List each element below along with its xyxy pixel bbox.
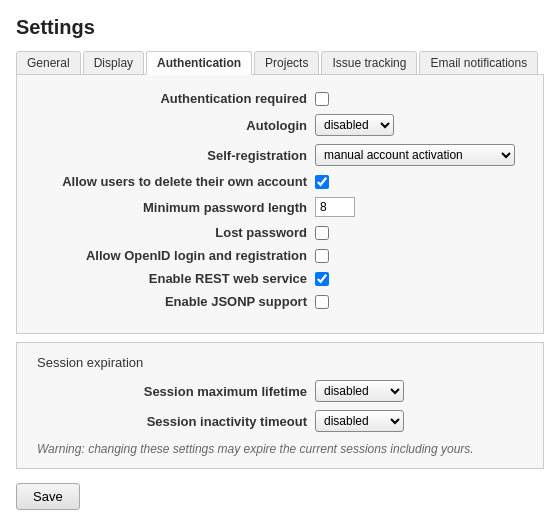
tab-authentication[interactable]: Authentication bbox=[146, 51, 252, 75]
auth-form: Authentication required Autologin disabl… bbox=[37, 91, 523, 309]
openid-row: Allow OpenID login and registration bbox=[37, 248, 523, 263]
lost-password-row: Lost password bbox=[37, 225, 523, 240]
tab-issue-tracking[interactable]: Issue tracking bbox=[321, 51, 417, 75]
session-warning: Warning: changing these settings may exp… bbox=[37, 442, 523, 456]
rest-row: Enable REST web service bbox=[37, 271, 523, 286]
save-button[interactable]: Save bbox=[16, 483, 80, 510]
session-expiration-panel: Session expiration Session maximum lifet… bbox=[16, 342, 544, 469]
tab-projects[interactable]: Projects bbox=[254, 51, 319, 75]
min-password-input[interactable] bbox=[315, 197, 355, 217]
min-password-row: Minimum password length bbox=[37, 197, 523, 217]
self-registration-row: Self-registration disabled account activ… bbox=[37, 144, 523, 166]
rest-label: Enable REST web service bbox=[37, 271, 307, 286]
auth-required-checkbox[interactable] bbox=[315, 92, 329, 106]
openid-checkbox[interactable] bbox=[315, 249, 329, 263]
tab-display[interactable]: Display bbox=[83, 51, 144, 75]
rest-checkbox[interactable] bbox=[315, 272, 329, 286]
session-max-lifetime-label: Session maximum lifetime bbox=[37, 384, 307, 399]
tab-email-notifications[interactable]: Email notifications bbox=[419, 51, 538, 75]
allow-delete-checkbox[interactable] bbox=[315, 175, 329, 189]
tab-general[interactable]: General bbox=[16, 51, 81, 75]
jsonp-row: Enable JSONP support bbox=[37, 294, 523, 309]
page-title: Settings bbox=[16, 16, 544, 39]
session-max-lifetime-row: Session maximum lifetime disabled 30 min… bbox=[37, 380, 523, 402]
openid-label: Allow OpenID login and registration bbox=[37, 248, 307, 263]
autologin-row: Autologin disabled 1 day 7 days 30 days … bbox=[37, 114, 523, 136]
self-registration-label: Self-registration bbox=[37, 148, 307, 163]
autologin-label: Autologin bbox=[37, 118, 307, 133]
session-section-title: Session expiration bbox=[37, 355, 523, 370]
auth-required-row: Authentication required bbox=[37, 91, 523, 106]
self-registration-select[interactable]: disabled account activation by email man… bbox=[315, 144, 515, 166]
session-inactivity-select[interactable]: disabled 30 minutes 1 hour 2 hours 4 hou… bbox=[315, 410, 404, 432]
jsonp-label: Enable JSONP support bbox=[37, 294, 307, 309]
autologin-select[interactable]: disabled 1 day 7 days 30 days 365 days bbox=[315, 114, 394, 136]
session-inactivity-label: Session inactivity timeout bbox=[37, 414, 307, 429]
lost-password-checkbox[interactable] bbox=[315, 226, 329, 240]
min-password-label: Minimum password length bbox=[37, 200, 307, 215]
allow-delete-row: Allow users to delete their own account bbox=[37, 174, 523, 189]
lost-password-label: Lost password bbox=[37, 225, 307, 240]
allow-delete-label: Allow users to delete their own account bbox=[37, 174, 307, 189]
session-max-lifetime-select[interactable]: disabled 30 minutes 1 hour 2 hours 4 hou… bbox=[315, 380, 404, 402]
jsonp-checkbox[interactable] bbox=[315, 295, 329, 309]
session-inactivity-row: Session inactivity timeout disabled 30 m… bbox=[37, 410, 523, 432]
auth-settings-panel: Authentication required Autologin disabl… bbox=[16, 74, 544, 334]
tab-bar: General Display Authentication Projects … bbox=[16, 51, 544, 75]
auth-required-label: Authentication required bbox=[37, 91, 307, 106]
